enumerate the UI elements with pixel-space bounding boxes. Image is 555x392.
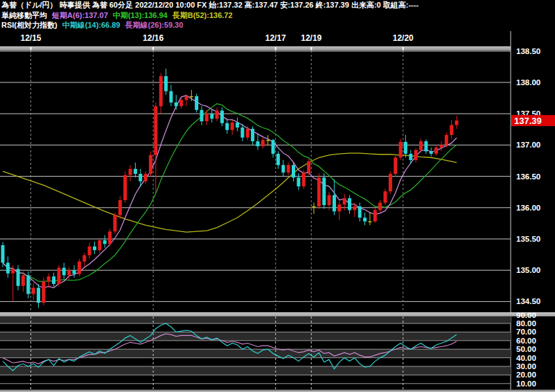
quote-line: 為替（ドル/円） 時事提供 為替 60分足 2022/12/20 10:00 F… — [1, 0, 421, 10]
rsi-axis: 90.0080.0070.0060.0050.0040.0030.0020.00… — [516, 311, 536, 388]
rsi-tick-label: 20.00 — [516, 371, 536, 379]
rsi-band — [0, 366, 511, 375]
pane-divider[interactable] — [0, 312, 555, 317]
rsi-long-value: 長期線(26):59.30 — [125, 21, 184, 29]
rsi-tick-label: 30.00 — [516, 362, 536, 371]
price-tick-label: 134.50 — [516, 297, 540, 305]
price-tick-label: 137.00 — [516, 141, 540, 149]
date-label: 12/20 — [393, 33, 414, 43]
date-tick — [310, 47, 312, 51]
price-tick-label: 135.50 — [516, 235, 540, 243]
date-label: 12/17 — [265, 33, 286, 43]
rsi-band — [0, 332, 511, 340]
date-label: 12/19 — [301, 33, 321, 43]
sma-legend: 単純移動平均 短期A(6):137.07 中期(13):136.94 長期B(5… — [1, 10, 421, 21]
rsi-tick-label: 50.00 — [516, 345, 536, 353]
price-tick-label: 136.00 — [516, 204, 540, 212]
rsi-band — [0, 349, 511, 357]
sma-mid-value: 中期(13):136.94 — [113, 11, 168, 19]
rsi-legend-title: RSI(相対力指数) — [1, 21, 58, 29]
price-tick-label: 138.00 — [516, 78, 540, 87]
rsi-tick-label: 70.00 — [516, 328, 536, 336]
date-label: 12/15 — [20, 33, 41, 43]
date-tick — [30, 47, 31, 51]
rsi-mid-value: 中期線(14):66.89 — [62, 21, 121, 29]
quote-header: 為替（ドル/円） 時事提供 為替 60分足 2022/12/20 10:00 F… — [1, 0, 421, 30]
date-tick — [152, 47, 154, 51]
current-price-label: 137.39 — [514, 116, 542, 126]
sma-legend-title: 単純移動平均 — [1, 11, 47, 19]
rsi-tick-label: 90.00 — [516, 311, 536, 319]
date-tick — [403, 47, 404, 51]
sma-long-value: 長期B(52):136.72 — [173, 11, 233, 19]
bottom-strip — [0, 390, 555, 391]
price-tick-label: 136.50 — [516, 172, 540, 181]
quote-text: 為替（ドル/円） 時事提供 為替 60分足 2022/12/20 10:00 F… — [1, 1, 419, 9]
date-tick — [275, 47, 276, 51]
chart-canvas[interactable]: 12/1512/1612/1712/1912/20138.50138.00137… — [0, 0, 555, 392]
date-label: 12/16 — [143, 33, 164, 43]
price-tick-label: 135.00 — [516, 266, 540, 274]
rsi-tick-label: 60.00 — [516, 337, 536, 345]
sma-short-value: 短期A(6):137.07 — [52, 11, 108, 19]
rsi-tick-label: 40.00 — [516, 354, 536, 362]
rsi-tick-label: 10.00 — [516, 380, 536, 388]
rsi-legend: RSI(相対力指数) 中期線(14):66.89 長期線(26):59.30 — [1, 20, 421, 30]
chart-window: 12/1512/1612/1712/1912/20138.50138.00137… — [0, 0, 555, 392]
rsi-tick-label: 80.00 — [516, 319, 536, 328]
price-tick-label: 138.50 — [516, 47, 540, 55]
rsi-band — [0, 317, 511, 323]
